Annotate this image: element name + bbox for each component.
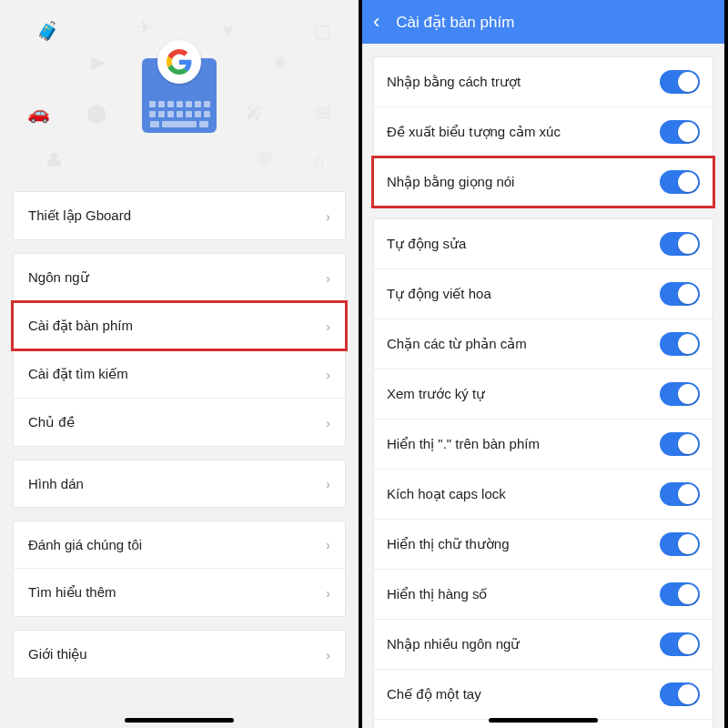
settings-row[interactable]: Cài đặt bàn phím› xyxy=(14,301,345,349)
home-indicator[interactable] xyxy=(125,718,234,723)
toggle-knob xyxy=(678,484,698,504)
toggle-knob xyxy=(678,634,698,654)
toggle-row[interactable]: Tự động viết hoa xyxy=(374,268,713,318)
back-button[interactable]: ‹ xyxy=(373,10,379,34)
toggle-switch[interactable] xyxy=(660,482,700,506)
toggle-label: Nhập nhiều ngôn ngữ xyxy=(387,636,520,652)
settings-row[interactable]: Thiết lập Gboard› xyxy=(14,192,345,239)
toggle-switch[interactable] xyxy=(660,632,700,656)
toggle-switch[interactable] xyxy=(660,582,700,606)
calendar-icon: 📅︎ xyxy=(314,102,332,123)
toggle-label: Kích hoạt caps lock xyxy=(387,486,506,502)
settings-row-label: Chủ đề xyxy=(28,414,75,430)
toggle-row[interactable]: Chế độ một tay xyxy=(374,669,713,719)
toggle-switch[interactable] xyxy=(660,332,700,356)
settings-row-label: Cài đặt tìm kiếm xyxy=(28,366,128,382)
chevron-right-icon: › xyxy=(326,647,330,662)
label-icon: ◈ xyxy=(273,51,287,73)
toggle-knob xyxy=(678,684,698,704)
toggle-switch[interactable] xyxy=(660,232,700,256)
settings-row-label: Tìm hiểu thêm xyxy=(28,584,116,601)
gboard-settings-list: Thiết lập Gboard›Ngôn ngữ›Cài đặt bàn ph… xyxy=(0,191,359,679)
toggle-label: Chế độ một tay xyxy=(387,686,481,703)
chevron-right-icon: › xyxy=(326,585,330,601)
toggle-switch[interactable] xyxy=(660,432,700,456)
toggle-label: Xem trước ký tự xyxy=(387,386,485,402)
toggle-switch[interactable] xyxy=(660,682,700,706)
toggle-label: Tự động viết hoa xyxy=(387,286,491,302)
toggle-knob xyxy=(678,434,698,454)
settings-row[interactable]: Cài đặt tìm kiếm› xyxy=(14,349,345,398)
chevron-right-icon: › xyxy=(326,318,330,334)
toggle-switch[interactable] xyxy=(660,120,700,144)
google-g-icon xyxy=(157,40,201,84)
settings-row[interactable]: Hình dán› xyxy=(14,460,345,507)
hero-banner: 🧳 ✈︎ ♥ ▢ ▶ ◈ 🚗 ⬤ 🎤︎ 📅︎ 👤︎ 💬︎ ⌂ xyxy=(0,0,359,191)
toggle-row[interactable]: Hiển thị "." trên bàn phím xyxy=(374,419,713,469)
settings-row[interactable]: Ngôn ngữ› xyxy=(14,254,345,301)
toggle-row[interactable]: Chặn các từ phản cảm xyxy=(374,318,713,369)
pin-icon: ⬤ xyxy=(86,102,106,124)
toggle-label: Hiển thị chữ thường xyxy=(387,536,510,552)
settings-row[interactable]: Tìm hiểu thêm› xyxy=(14,568,345,616)
toggle-row[interactable]: Nhập bằng cách trượt xyxy=(374,57,713,106)
toggle-switch[interactable] xyxy=(660,282,700,306)
settings-row-label: Cài đặt bàn phím xyxy=(28,318,133,334)
header-bar: ‹ Cài đặt bàn phím xyxy=(362,0,724,44)
heart-icon: ♥ xyxy=(223,20,234,41)
toggle-row[interactable]: Hiển thị chữ thường xyxy=(374,519,713,569)
toggle-row[interactable]: Đề xuất biểu tượng cảm xúc xyxy=(374,106,713,157)
header-title: Cài đặt bàn phím xyxy=(396,13,514,32)
chat-icon: 💬︎ xyxy=(255,150,273,171)
play-icon: ▶ xyxy=(91,51,105,73)
chevron-right-icon: › xyxy=(326,208,330,224)
toggle-knob xyxy=(678,122,698,142)
home-icon: ⌂ xyxy=(314,150,325,171)
toggle-knob xyxy=(678,234,698,254)
chevron-right-icon: › xyxy=(326,367,330,382)
person-icon: 👤︎ xyxy=(46,150,64,171)
settings-row-label: Đánh giá chúng tôi xyxy=(28,537,142,552)
chevron-right-icon: › xyxy=(326,270,330,286)
toggle-knob xyxy=(678,334,698,354)
keyboard-settings-screen: ‹ Cài đặt bàn phím Nhập bằng cách trượtĐ… xyxy=(362,0,724,728)
toggle-row[interactable]: Nhập bằng giọng nói xyxy=(374,157,713,207)
toggle-row[interactable]: Xem trước ký tự xyxy=(374,369,713,419)
settings-row[interactable]: Giới thiệu› xyxy=(14,631,345,678)
toggle-label: Hiển thị "." trên bàn phím xyxy=(387,436,540,452)
settings-row-label: Hình dán xyxy=(28,476,84,491)
settings-row-label: Ngôn ngữ xyxy=(28,269,89,286)
mic-icon: 🎤︎ xyxy=(246,102,264,123)
toggle-label: Đề xuất biểu tượng cảm xúc xyxy=(387,124,561,140)
toggle-switch[interactable] xyxy=(660,532,700,556)
toggle-row[interactable]: Kích hoạt caps lock xyxy=(374,469,713,519)
gboard-app-icon xyxy=(142,58,217,133)
toggle-row[interactable]: Tự động sửa xyxy=(374,219,713,268)
settings-row-label: Thiết lập Gboard xyxy=(28,207,131,224)
gboard-main-screen: 🧳 ✈︎ ♥ ▢ ▶ ◈ 🚗 ⬤ 🎤︎ 📅︎ 👤︎ 💬︎ ⌂ xyxy=(0,0,362,728)
settings-scroll[interactable]: Nhập bằng cách trượtĐề xuất biểu tượng c… xyxy=(362,44,724,728)
plane-icon: ✈︎ xyxy=(136,16,152,38)
toggle-label: Nhập bằng cách trượt xyxy=(387,74,521,90)
toggle-knob xyxy=(678,384,698,404)
car-icon: 🚗 xyxy=(27,102,50,124)
settings-row-label: Giới thiệu xyxy=(28,646,87,662)
toggle-label: Chặn các từ phản cảm xyxy=(387,336,527,352)
chevron-right-icon: › xyxy=(326,476,330,491)
toggle-switch[interactable] xyxy=(660,382,700,406)
toggle-label: Tự động sửa xyxy=(387,236,466,252)
toggle-row[interactable]: Nhập nhiều ngôn ngữ xyxy=(374,619,713,669)
toggle-switch[interactable] xyxy=(660,170,700,194)
toggle-knob xyxy=(678,72,698,92)
toggle-knob xyxy=(678,172,698,192)
image-icon: ▢ xyxy=(314,20,331,42)
home-indicator[interactable] xyxy=(489,718,598,723)
settings-row[interactable]: Đánh giá chúng tôi› xyxy=(14,521,345,568)
settings-row[interactable]: Chủ đề› xyxy=(14,398,345,446)
toggle-row[interactable]: Hiển thị hàng số xyxy=(374,569,713,619)
chevron-right-icon: › xyxy=(326,537,330,552)
toggle-switch[interactable] xyxy=(660,70,700,94)
toggle-knob xyxy=(678,584,698,604)
chevron-right-icon: › xyxy=(326,415,330,430)
toggle-knob xyxy=(678,534,698,554)
